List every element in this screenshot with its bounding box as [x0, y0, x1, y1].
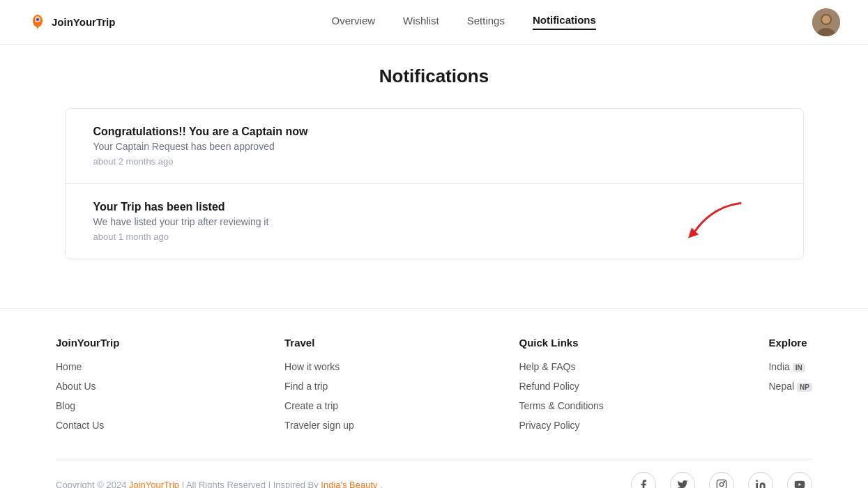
footer-link-find-trip[interactable]: Find a trip: [284, 381, 354, 392]
svg-point-13: [756, 480, 758, 482]
svg-point-10: [719, 482, 723, 486]
notification-item-1: Congratulations!! You are a Captain now …: [66, 109, 803, 184]
footer-col-travel-links: How it works Find a trip Create a trip T…: [284, 361, 354, 431]
footer-col-explore-heading: Explore: [768, 337, 812, 349]
footer-inspiration-link[interactable]: India's Beauty: [321, 480, 377, 489]
social-icons: [631, 472, 812, 488]
footer-col-travel-heading: Travel: [284, 337, 354, 349]
footer-link-create-trip[interactable]: Create a trip: [284, 400, 354, 411]
footer-link-about[interactable]: About Us: [56, 381, 119, 392]
footer-col-joinyourtrip-links: Home About Us Blog Contact Us: [56, 361, 119, 431]
notification-time-2: about 1 month ago: [93, 231, 775, 242]
header: JoinYourTrip Overview Wishlist Settings …: [0, 0, 868, 45]
footer-bottom: Copyright © 2024 JoinYourTrip | All Righ…: [56, 459, 812, 488]
footer-col-quick-heading: Quick Links: [519, 337, 603, 349]
nav-overview[interactable]: Overview: [332, 15, 376, 29]
notification-time-1: about 2 months ago: [93, 156, 775, 167]
footer-link-home[interactable]: Home: [56, 361, 119, 372]
footer-link-nepal[interactable]: NepalNP: [768, 381, 812, 392]
footer-link-india[interactable]: IndiaIN: [768, 361, 812, 372]
footer-link-privacy[interactable]: Privacy Policy: [519, 420, 603, 431]
logo-icon: [28, 13, 47, 32]
logo[interactable]: JoinYourTrip: [28, 13, 115, 32]
main-nav: Overview Wishlist Settings Notifications: [332, 14, 596, 30]
footer-col-joinyourtrip: JoinYourTrip Home About Us Blog Contact …: [56, 337, 119, 431]
notification-title-2: Your Trip has been listed: [93, 201, 775, 213]
arrow-icon: [685, 199, 747, 241]
nav-settings[interactable]: Settings: [467, 15, 505, 29]
page-title: Notifications: [65, 66, 804, 87]
svg-point-11: [724, 482, 724, 482]
footer-link-refund[interactable]: Refund Policy: [519, 381, 603, 392]
footer-col-quick-links: Quick Links Help & FAQs Refund Policy Te…: [519, 337, 603, 431]
india-badge: IN: [793, 363, 805, 372]
footer-link-help[interactable]: Help & FAQs: [519, 361, 603, 372]
footer: JoinYourTrip Home About Us Blog Contact …: [0, 308, 868, 488]
facebook-icon[interactable]: [631, 472, 656, 488]
footer-col-travel: Travel How it works Find a trip Create a…: [284, 337, 354, 431]
footer-link-contact[interactable]: Contact Us: [56, 420, 119, 431]
footer-col-explore: Explore IndiaIN NepalNP: [768, 337, 812, 431]
twitter-icon[interactable]: [670, 472, 695, 488]
avatar[interactable]: [812, 8, 840, 36]
footer-link-how-it-works[interactable]: How it works: [284, 361, 354, 372]
nav-wishlist[interactable]: Wishlist: [403, 15, 439, 29]
youtube-icon[interactable]: [787, 472, 812, 488]
footer-copyright: Copyright © 2024 JoinYourTrip | All Righ…: [56, 480, 383, 489]
notification-subtitle-2: We have listed your trip after reviewing…: [93, 216, 775, 227]
notification-item-2: Your Trip has been listed We have listed…: [66, 184, 803, 259]
footer-link-terms[interactable]: Terms & Conditions: [519, 400, 603, 411]
footer-link-blog[interactable]: Blog: [56, 400, 119, 411]
avatar-image: [812, 8, 840, 36]
svg-point-7: [822, 15, 830, 24]
instagram-icon[interactable]: [709, 472, 734, 488]
logo-text: JoinYourTrip: [52, 16, 115, 28]
notification-title-1: Congratulations!! You are a Captain now: [93, 125, 775, 138]
linkedin-icon[interactable]: [748, 472, 773, 488]
notification-subtitle-1: Your Captain Request has been approved: [93, 141, 775, 152]
footer-col-joinyourtrip-heading: JoinYourTrip: [56, 337, 119, 349]
footer-col-explore-links: IndiaIN NepalNP: [768, 361, 812, 392]
arrow-annotation: [685, 199, 747, 243]
main-content: Notifications Congratulations!! You are …: [51, 45, 818, 280]
footer-brand-link[interactable]: JoinYourTrip: [129, 480, 179, 489]
nav-notifications[interactable]: Notifications: [533, 14, 596, 30]
nepal-badge: NP: [797, 383, 812, 392]
footer-columns: JoinYourTrip Home About Us Blog Contact …: [56, 337, 812, 431]
footer-col-quick-links-list: Help & FAQs Refund Policy Terms & Condit…: [519, 361, 603, 431]
notifications-list: Congratulations!! You are a Captain now …: [65, 108, 804, 259]
svg-point-3: [36, 18, 39, 21]
svg-rect-12: [756, 483, 758, 488]
footer-link-traveler-signup[interactable]: Traveler sign up: [284, 420, 354, 431]
